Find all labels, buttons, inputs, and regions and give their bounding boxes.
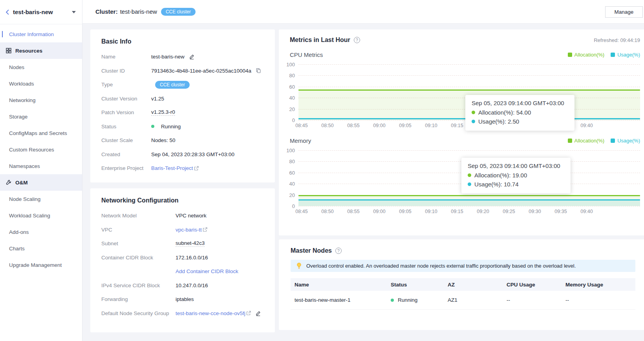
legend-label: Usage(%) xyxy=(617,52,640,58)
tooltip-series-dot xyxy=(468,173,471,177)
legend-item-allocation[interactable]: Allocation(%) xyxy=(568,138,605,144)
legend-item-allocation[interactable]: Allocation(%) xyxy=(568,52,605,58)
info-row-enterprise-project: Enterprise ProjectBaris-Test-Project xyxy=(101,161,264,175)
gridline xyxy=(298,87,640,87)
chart-head: CPU MetricsAllocation(%)Usage(%) xyxy=(290,51,640,58)
overload-banner: Overload control enabled. An overloaded … xyxy=(291,260,635,272)
y-axis-label: 0 xyxy=(292,117,295,123)
chart-legend: Allocation(%)Usage(%) xyxy=(568,52,640,58)
chevron-down-icon[interactable] xyxy=(72,11,76,13)
link-add-container-cidr-block[interactable]: Add Container CIDR Block xyxy=(176,268,238,274)
chart-title: CPU Metrics xyxy=(290,51,323,58)
x-axis: 08:4508:5008:5509:0009:0509:1009:1509:20… xyxy=(298,206,640,215)
sidebar-item-label: Networking xyxy=(9,97,36,103)
x-tick: 08:55 xyxy=(347,123,359,128)
field-label: Enterprise Project xyxy=(101,165,151,171)
master-nodes-title: Master Nodes xyxy=(291,247,332,254)
link-test-baris-new-cce-node-ov5fj[interactable]: test-baris-new-cce-node-ov5fj xyxy=(176,310,251,316)
field-value: 10.247.0.0/16 xyxy=(176,283,208,288)
sidebar-item-custom-resources[interactable]: Custom Resources xyxy=(0,141,82,158)
sidebar-item-label: Add-ons xyxy=(9,229,29,235)
help-icon[interactable]: ? xyxy=(354,37,360,43)
cluster-name: test-baris-new xyxy=(120,8,157,15)
tooltip-row: Allocation(%): 54.00 xyxy=(472,108,568,117)
edit-icon[interactable] xyxy=(255,310,261,316)
sidebar-item-upgrade-management[interactable]: Upgrade Management xyxy=(0,257,82,273)
sidebar-item-label: Workload Scaling xyxy=(9,213,50,219)
tooltip-series-dot xyxy=(472,120,475,123)
x-tick: 09:00 xyxy=(373,123,385,128)
external-link-icon xyxy=(203,227,207,232)
x-tick: 08:50 xyxy=(321,209,333,214)
status-text: Running xyxy=(161,124,181,129)
field-label: Name xyxy=(101,54,151,60)
networking-card: Networking Configuration Network ModelVP… xyxy=(90,188,275,332)
sidebar-item-workloads[interactable]: Workloads xyxy=(0,75,82,92)
help-icon[interactable]: ? xyxy=(335,248,342,254)
info-row-vpc: VPCvpc-baris-tt xyxy=(101,223,264,237)
sidebar-item-networking[interactable]: Networking xyxy=(0,92,82,108)
sidebar-item-label: ConfigMaps and Secrets xyxy=(9,130,67,136)
field-value: Sep 04, 2023 20:28:33 GMT+03:00 xyxy=(151,151,234,157)
sidebar-item-configmaps-and-secrets[interactable]: ConfigMaps and Secrets xyxy=(0,125,82,141)
y-axis-label: 100 xyxy=(286,62,295,67)
field-value: Add Container CIDR Block xyxy=(176,268,238,274)
field-value: test-baris-new-cce-node-ov5fj xyxy=(176,310,261,316)
sidebar-item-cluster-information[interactable]: Cluster Information xyxy=(0,26,82,42)
field-text: subnet-42c3 xyxy=(176,240,205,247)
sidebar-item-storage[interactable]: Storage xyxy=(0,108,82,125)
sidebar-item-label: Resources xyxy=(15,48,42,54)
sidebar-item-add-ons[interactable]: Add-ons xyxy=(0,224,82,240)
table-header: NameStatusAZCPU UsageMemory Usage xyxy=(291,278,635,291)
networking-rows: Network ModelVPC networkVPCvpc-baris-ttS… xyxy=(101,209,264,320)
sidebar-item-charts[interactable]: Charts xyxy=(0,240,82,257)
legend-swatch xyxy=(611,53,615,57)
field-label: Container CIDR Block xyxy=(101,255,176,261)
cluster-label: Cluster: xyxy=(95,8,118,15)
y-axis-label: 80 xyxy=(289,159,295,164)
copy-icon[interactable] xyxy=(256,68,261,73)
field-value: 172.16.0.0/16 xyxy=(176,255,208,261)
column-header-az: AZ xyxy=(448,282,507,288)
basic-info-title: Basic Info xyxy=(101,38,264,45)
field-label: Cluster Scale xyxy=(101,137,151,143)
sidebar-item-resources[interactable]: Resources xyxy=(0,42,82,59)
sidebar-item-namespaces[interactable]: Namespaces xyxy=(0,158,82,174)
basic-info-card: Basic Info Nametest-baris-newCluster ID7… xyxy=(90,29,275,182)
cell-memory-usage: -- xyxy=(565,297,635,303)
sidebar: test-baris-new Cluster InformationResour… xyxy=(0,0,82,341)
legend-label: Allocation(%) xyxy=(574,138,605,144)
metrics-title-row: Metrics in Last Hour ? xyxy=(290,36,360,44)
field-value: v1.25.3-r0 xyxy=(151,109,175,116)
info-row-extra: Add Container CIDR Block xyxy=(101,264,264,279)
field-label: Forwarding xyxy=(101,296,176,302)
back-icon[interactable] xyxy=(5,9,9,15)
usage-area xyxy=(298,201,640,206)
field-text: 172.16.0.0/16 xyxy=(176,255,208,261)
sidebar-item-label: Workloads xyxy=(9,81,34,87)
field-value: 7913463c-4b48-11ee-a5ec-0255ac10004a xyxy=(151,68,261,74)
edit-icon[interactable] xyxy=(189,54,195,60)
legend-swatch xyxy=(611,139,615,143)
manage-button[interactable]: Manage xyxy=(605,6,643,18)
sidebar-item-workload-scaling[interactable]: Workload Scaling xyxy=(0,207,82,224)
info-row-cluster-id: Cluster ID7913463c-4b48-11ee-a5ec-0255ac… xyxy=(101,64,264,78)
x-tick: 09:00 xyxy=(373,209,385,214)
overload-banner-text: Overload control enabled. An overloaded … xyxy=(306,263,576,269)
sidebar-cluster-name[interactable]: test-baris-new xyxy=(13,9,72,15)
legend-item-usage[interactable]: Usage(%) xyxy=(611,138,640,144)
chart-head: MemoryAllocation(%)Usage(%) xyxy=(290,137,640,144)
link-baris-test-project[interactable]: Baris-Test-Project xyxy=(151,165,199,171)
info-row-ipv4-service-cidr-block: IPv4 Service CIDR Block10.247.0.0/16 xyxy=(101,279,264,293)
link-vpc-baris-tt[interactable]: vpc-baris-tt xyxy=(176,227,207,233)
sidebar-item-node-scaling[interactable]: Node Scaling xyxy=(0,191,82,207)
sidebar-item-o-m[interactable]: O&M xyxy=(0,174,82,191)
field-value: Nodes: 50 xyxy=(151,137,176,143)
status-dot xyxy=(151,125,154,128)
legend-item-usage[interactable]: Usage(%) xyxy=(611,52,640,58)
table-row[interactable]: test-baris-new-master-1RunningAZ1---- xyxy=(291,291,635,310)
sidebar-item-nodes[interactable]: Nodes xyxy=(0,59,82,75)
field-value: test-baris-new xyxy=(151,54,195,60)
y-axis-label: 20 xyxy=(289,106,295,112)
x-tick: 08:45 xyxy=(295,209,307,214)
